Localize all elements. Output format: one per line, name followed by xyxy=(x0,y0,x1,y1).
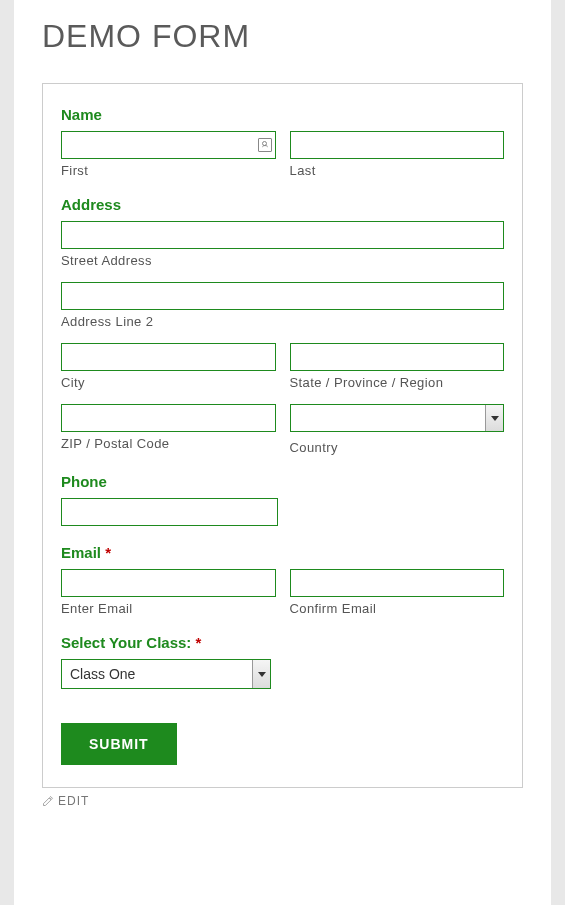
city-input[interactable] xyxy=(61,343,276,371)
confirm-email-input[interactable] xyxy=(290,569,505,597)
zip-sublabel: ZIP / Postal Code xyxy=(61,436,276,451)
page-title: DEMO FORM xyxy=(42,18,523,55)
chevron-down-icon xyxy=(485,405,503,431)
last-name-input[interactable] xyxy=(290,131,505,159)
zip-input[interactable] xyxy=(61,404,276,432)
class-select-value: Class One xyxy=(70,666,135,682)
section-phone-label: Phone xyxy=(61,473,504,490)
enter-email-sublabel: Enter Email xyxy=(61,601,276,616)
last-name-sublabel: Last xyxy=(290,163,505,178)
enter-email-input[interactable] xyxy=(61,569,276,597)
confirm-email-sublabel: Confirm Email xyxy=(290,601,505,616)
address-line2-input[interactable] xyxy=(61,282,504,310)
edit-label: EDIT xyxy=(58,794,89,808)
edit-link[interactable]: EDIT xyxy=(42,794,523,808)
submit-button[interactable]: SUBMIT xyxy=(61,723,177,765)
first-name-sublabel: First xyxy=(61,163,276,178)
section-email-label: Email * xyxy=(61,544,504,561)
section-address-label: Address xyxy=(61,196,504,213)
state-input[interactable] xyxy=(290,343,505,371)
street-address-sublabel: Street Address xyxy=(61,253,504,268)
first-name-input[interactable] xyxy=(61,131,276,159)
class-select[interactable]: Class One xyxy=(61,659,271,689)
email-required-mark: * xyxy=(105,544,111,561)
address-line2-sublabel: Address Line 2 xyxy=(61,314,504,329)
city-sublabel: City xyxy=(61,375,276,390)
country-select[interactable] xyxy=(290,404,505,432)
country-sublabel: Country xyxy=(290,440,505,455)
state-sublabel: State / Province / Region xyxy=(290,375,505,390)
chevron-down-icon xyxy=(252,660,270,688)
form-card: Name First Last Address Street Address A… xyxy=(42,83,523,788)
phone-input[interactable] xyxy=(61,498,278,526)
class-required-mark: * xyxy=(196,634,202,651)
email-label-text: Email xyxy=(61,544,101,561)
contact-icon xyxy=(258,138,272,152)
section-name-label: Name xyxy=(61,106,504,123)
street-address-input[interactable] xyxy=(61,221,504,249)
pencil-icon xyxy=(42,795,54,807)
section-class-label: Select Your Class: * xyxy=(61,634,504,651)
class-label-text: Select Your Class: xyxy=(61,634,191,651)
